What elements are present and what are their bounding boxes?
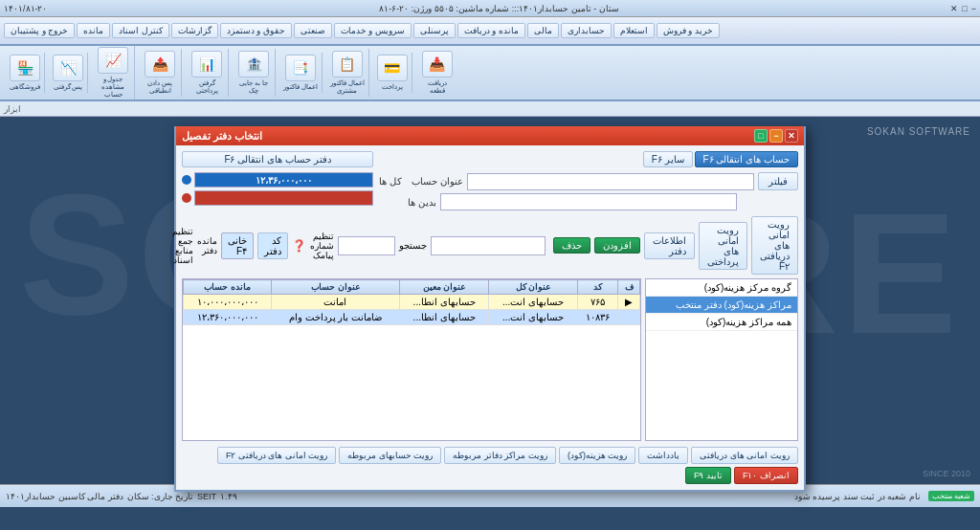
table-row[interactable]: ۱۰۸۳۶ حسابهای انت... حسابهای انطا... ضام… <box>184 310 640 325</box>
ribbon-item-2[interactable]: حسابداری <box>561 23 612 38</box>
cancel-button[interactable]: انصراف F۱۰ <box>734 467 798 484</box>
amount-bar-red <box>194 190 373 206</box>
dialog-close-btn[interactable]: ✕ <box>785 129 798 143</box>
col-input[interactable] <box>440 193 737 210</box>
toolbar-group-8: 📉 پس گرفتی <box>49 53 88 93</box>
toolbar-group-9: 🏪 فروشگاهی <box>6 53 45 93</box>
date-display: ۱۴۰۱/۸۱-۲۰ <box>4 4 48 13</box>
dialog-max-btn[interactable]: □ <box>754 129 768 143</box>
toolbar-icon-4[interactable]: 🏦 <box>238 51 269 77</box>
toolbar-icon-8[interactable]: 📉 <box>53 55 83 81</box>
toolbar-icon-6[interactable]: 📤 <box>145 51 175 77</box>
info-btn[interactable]: اطلاعات دفتر <box>644 232 695 259</box>
col-header-2: عنوان کل <box>489 280 577 295</box>
col-label: بدین ها <box>379 197 436 208</box>
balance-label: مانده دفتر <box>197 236 217 255</box>
bottom-btn-2[interactable]: رویت هزینه(کود) <box>559 447 636 464</box>
current-f4: خانی F۴ <box>221 232 254 259</box>
toolbar-icon-0[interactable]: 📥 <box>422 51 453 77</box>
toolbar-label-7: جدول و مشاهده حساب <box>96 76 130 99</box>
toolbar-group-2: 📋 اعمال فاکتور مشتری <box>326 49 369 97</box>
help-icon: ❓ <box>292 239 306 253</box>
ribbon: خرید و فروش استعلام حسابداری مالی مانده … <box>0 17 980 46</box>
paging-label: تنظیم شماره پیامک <box>310 232 334 260</box>
cell-balance-0: ۱۰،۰۰۰،۰۰۰،۰۰۰ <box>184 295 272 310</box>
cell-title1-1: حسابهای انت... <box>489 310 577 325</box>
ribbon-item-11[interactable]: مانده <box>77 23 110 38</box>
routing-btn[interactable]: رویت امانی های دریافتی F۲ <box>751 216 798 275</box>
toolbar-icon-1[interactable]: 💳 <box>377 55 408 81</box>
col-name-label: کل ها <box>379 176 402 187</box>
close-btn[interactable]: ✕ <box>950 4 958 13</box>
table-row[interactable]: ▶ ۷۶۵ حسابهای انت... حسابهای انطا... اما… <box>184 295 640 310</box>
bottom-btn-1[interactable]: یادداشت <box>638 447 688 464</box>
toolbar-label-6: پس دادن انطباقی <box>143 79 177 95</box>
confirm-button[interactable]: تایید F۹ <box>685 467 731 484</box>
cell-account-1: ضامانت بار پرداخت وام <box>272 310 400 325</box>
bottom-btn-3[interactable]: رویت مراکز دفاتر مربوطه <box>444 447 556 464</box>
amount-row-1: ۱۲،۳۶،۰۰۰،۰۰۰ <box>182 172 373 188</box>
f-tab-accounts[interactable]: دفتر حساب های انتقالی F۶ <box>182 151 373 167</box>
toolbar-icon-9[interactable]: 🏪 <box>10 55 40 81</box>
account-table: ف کد عنوان کل عنوان معین عنوان حساب ماند… <box>183 279 640 325</box>
toolbar-group-4: 🏦 جا به جایی چک <box>233 49 276 97</box>
tab-accounts[interactable]: حساب های انتقالی F۶ <box>695 151 798 167</box>
dialog-min-btn[interactable]: − <box>769 129 783 143</box>
ribbon-item-10[interactable]: کنترل اسناد <box>112 23 169 38</box>
toolbar-label-9: فروشگاهی <box>10 83 40 91</box>
ribbon-item-1[interactable]: استعلام <box>613 23 655 38</box>
ribbon-item-9[interactable]: گزارشات <box>171 23 218 38</box>
controls-row: رویت امانی های دریافتی F۲ رویت امانی های… <box>182 216 798 275</box>
search-input[interactable] <box>431 236 546 255</box>
minimize-btn[interactable]: − <box>971 4 976 13</box>
bottom-btn-0[interactable]: رویت امانی های دریافتی <box>691 447 798 464</box>
cost-center-panel: گروه مرکز هزینه(کود) مراکز هزینه(کود) دف… <box>645 278 798 441</box>
status-text-left: نام شعبه در ثبت سند پرسیده شود <box>794 492 921 501</box>
ribbon-item-3[interactable]: مالی <box>527 23 559 38</box>
toolbar-label-8: پس گرفتی <box>54 83 83 91</box>
col-header-0: ف <box>618 280 640 295</box>
ribbon-item-5[interactable]: پرسنلی <box>413 23 456 38</box>
amount-section: دفتر حساب های انتقالی F۶ ۱۲،۳۶،۰۰۰،۰۰۰ <box>182 151 373 206</box>
account-title-input[interactable] <box>467 173 754 190</box>
bottom-btn-5[interactable]: رویت امانی های دریافتی F۲ <box>217 447 337 464</box>
ribbon-item-0[interactable]: خرید و فروش <box>657 23 720 38</box>
toolbar-icon-7[interactable]: 📈 <box>98 47 128 74</box>
toolbar-icon-2[interactable]: 📋 <box>332 51 363 77</box>
add-btn[interactable]: افزودن <box>594 237 640 254</box>
toolbar: 📥 دریافت قطعه 💳 پرداخت 📋 اعمال فاکتور مش… <box>0 46 980 101</box>
cost-center-item-0[interactable]: گروه مرکز هزینه(کود) <box>646 279 797 297</box>
toolbar-icon-3[interactable]: 📑 <box>285 55 316 81</box>
panels: گروه مرکز هزینه(کود) مراکز هزینه(کود) دف… <box>182 278 798 441</box>
search-label: جستجو <box>399 240 427 251</box>
window-controls[interactable]: − □ ✕ <box>950 4 976 13</box>
status-text-right: دفتر مالی کاسبین حسابدار۱۴۰۱ <box>6 492 123 501</box>
top-bar-right: ۱۴۰۱/۸۱-۲۰ <box>4 4 48 13</box>
bottom-buttons: رویت امانی های دریافتی یادداشت رویت هزین… <box>182 447 798 484</box>
sokan-label: SOKAN SOFTWARE <box>867 126 970 137</box>
ribbon-item-12[interactable]: خروج و پشتیبان <box>4 23 75 38</box>
toolbar-label-4: جا به جایی چک <box>236 79 271 95</box>
account-title-label: عنوان حساب <box>406 176 463 187</box>
bottom-btn-4[interactable]: رویت حسابهای مربوطه <box>339 447 441 464</box>
tab-sary[interactable]: سایر F۶ <box>643 151 693 167</box>
maximize-btn[interactable]: □ <box>962 4 967 13</box>
col-header-5: مانده حساب <box>184 280 272 295</box>
ribbon-item-7[interactable]: صنعتی <box>294 23 332 38</box>
dialog-title: انتخاب دفتر تفصیل <box>182 130 262 143</box>
filter-button[interactable]: فیلتر <box>758 172 798 190</box>
paging-input[interactable] <box>338 236 395 255</box>
cost-center-item-1[interactable]: مراکز هزینه(کود) دفتر منتخب <box>646 297 797 314</box>
dialog-window-controls[interactable]: ✕ − □ <box>754 129 798 143</box>
ribbon-item-8[interactable]: حقوق و دستمزد <box>220 23 292 38</box>
routing-btn2[interactable]: رویت امانی های پرداختی <box>699 222 747 270</box>
col-header-1: کد <box>577 280 618 295</box>
toolbar-icon-5[interactable]: 📊 <box>191 51 222 77</box>
dialog: ✕ − □ انتخاب دفتر تفصیل حساب های انتقالی… <box>174 126 806 492</box>
delete-btn[interactable]: حذف <box>553 237 590 254</box>
cell-account-0: امانت <box>272 295 400 310</box>
ribbon-item-6[interactable]: سرویس و خدمات <box>334 23 412 38</box>
toolbar-label-1: پرداخت <box>382 83 403 91</box>
cost-center-item-2[interactable]: همه مراکز هزینه(کود) <box>646 314 797 331</box>
ribbon-item-4[interactable]: مانده و دریافت <box>457 23 525 38</box>
